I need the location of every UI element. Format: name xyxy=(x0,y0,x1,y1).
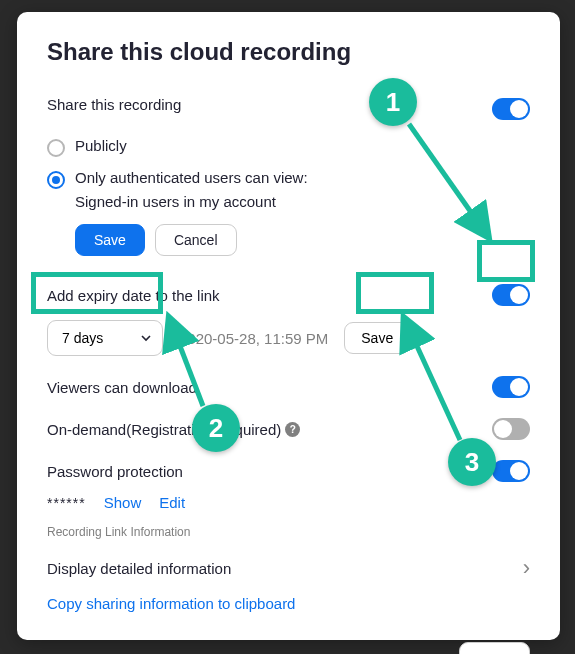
password-toggle[interactable] xyxy=(492,460,530,482)
radio-authenticated[interactable]: Only authenticated users can view: xyxy=(47,163,530,195)
password-row: Password protection xyxy=(47,450,530,492)
ondemand-toggle[interactable] xyxy=(492,418,530,440)
ondemand-label: On-demand(Registration Required) ? xyxy=(47,421,300,438)
share-recording-toggle[interactable] xyxy=(492,98,530,120)
expiry-controls: 7 days 2020-05-28, 11:59 PM Save xyxy=(47,320,530,356)
expiry-toggle[interactable] xyxy=(492,284,530,306)
footer-row: Copied! Done xyxy=(47,642,530,654)
display-detailed-row[interactable]: Display detailed information › xyxy=(47,549,530,587)
copy-clipboard-link[interactable]: Copy sharing information to clipboard xyxy=(47,595,295,612)
modal-title: Share this cloud recording xyxy=(47,38,530,66)
expiry-save-button[interactable]: Save xyxy=(344,322,410,354)
download-toggle[interactable] xyxy=(492,376,530,398)
radio-authenticated-sublabel: Signed-in users in my account xyxy=(75,193,530,210)
password-controls: ****** Show Edit xyxy=(47,494,530,511)
share-recording-row: Share this recording xyxy=(47,86,530,131)
cancel-button[interactable]: Cancel xyxy=(155,224,237,256)
password-label: Password protection xyxy=(47,463,183,480)
visibility-button-row: Save Cancel xyxy=(75,224,530,256)
chevron-down-icon xyxy=(140,332,152,344)
chevron-right-icon: › xyxy=(523,555,530,581)
radio-publicly[interactable]: Publicly xyxy=(47,131,530,163)
radio-icon-checked xyxy=(47,171,65,189)
radio-publicly-label: Publicly xyxy=(75,137,127,154)
share-recording-label: Share this recording xyxy=(47,96,181,113)
download-label: Viewers can download xyxy=(47,379,197,396)
download-row: Viewers can download xyxy=(47,366,530,408)
radio-icon-unchecked xyxy=(47,139,65,157)
ondemand-label-text: On-demand(Registration Required) xyxy=(47,421,281,438)
help-icon[interactable]: ? xyxy=(285,422,300,437)
display-detailed-label: Display detailed information xyxy=(47,560,231,577)
password-mask: ****** xyxy=(47,495,86,511)
done-button[interactable]: Done xyxy=(459,642,530,654)
expiry-row: Add expiry date to the link xyxy=(47,274,530,316)
password-edit-button[interactable]: Edit xyxy=(159,494,185,511)
expiry-label: Add expiry date to the link xyxy=(47,287,220,304)
share-modal: Share this cloud recording Share this re… xyxy=(17,12,560,640)
radio-authenticated-label: Only authenticated users can view: xyxy=(75,169,308,186)
ondemand-row: On-demand(Registration Required) ? xyxy=(47,408,530,450)
expiry-date-text: 2020-05-28, 11:59 PM xyxy=(179,330,328,347)
expiry-select[interactable]: 7 days xyxy=(47,320,163,356)
expiry-select-value: 7 days xyxy=(62,330,103,346)
password-show-button[interactable]: Show xyxy=(104,494,142,511)
copied-label: Copied! xyxy=(47,651,99,655)
visibility-radio-group: Publicly Only authenticated users can vi… xyxy=(47,131,530,210)
save-button[interactable]: Save xyxy=(75,224,145,256)
recording-info-heading: Recording Link Information xyxy=(47,525,530,539)
